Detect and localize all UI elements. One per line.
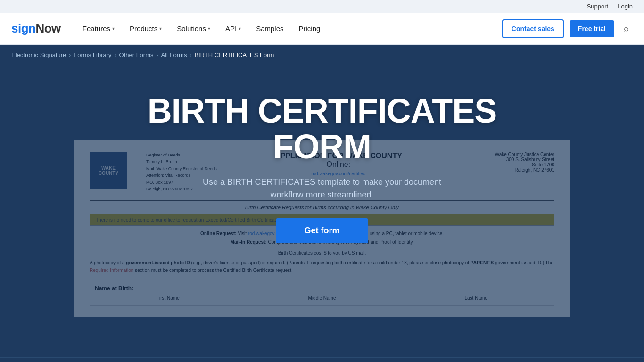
main-navbar: signNow Features ▾ Products ▾ Solutions … [0, 13, 644, 45]
nav-item-pricing[interactable]: Pricing [292, 21, 327, 36]
doc-name-section: Name at Birth: First Name Middle Name La… [90, 280, 554, 306]
breadcrumb-separator: › [157, 52, 158, 58]
search-icon: ⌕ [624, 24, 629, 33]
breadcrumb-electronic-signature[interactable]: Electronic Signature [11, 51, 66, 58]
logo[interactable]: signNow [11, 21, 61, 36]
support-link[interactable]: Support [587, 3, 609, 10]
breadcrumb-forms-library[interactable]: Forms Library [74, 51, 111, 58]
nav-item-samples[interactable]: Samples [249, 21, 290, 36]
breadcrumb-separator: › [190, 52, 191, 58]
free-trial-button[interactable]: Free trial [570, 20, 614, 37]
breadcrumb: Electronic Signature › Forms Library › O… [0, 45, 644, 65]
chevron-down-icon: ▾ [239, 26, 241, 31]
logo-text: signNow [11, 21, 61, 35]
nav-item-features[interactable]: Features ▾ [76, 21, 121, 36]
breadcrumb-separator: › [69, 52, 71, 58]
nav-links: Features ▾ Products ▾ Solutions ▾ API ▾ … [76, 21, 502, 36]
nav-item-products[interactable]: Products ▾ [123, 21, 168, 36]
show-details-bar: Show details ▾ [0, 357, 644, 362]
chevron-down-icon: ▾ [159, 26, 162, 31]
top-utility-bar: Support Login [0, 0, 644, 13]
hero-subtitle: Use a BIRTH CERTIFICATES template to mak… [9, 176, 635, 201]
hero-title: BIRTH CERTIFICATES Form [9, 93, 635, 165]
chevron-down-icon: ▾ [112, 26, 115, 31]
hero-overlay: BIRTH CERTIFICATES Form Use a BIRTH CERT… [0, 65, 644, 243]
get-form-button[interactable]: Get form [276, 218, 368, 243]
hero-section: WAKECOUNTY Register of Deeds Tammy L. Br… [0, 65, 644, 357]
login-link[interactable]: Login [618, 3, 633, 10]
doc-cost: Birth Certificates cost $ to you by US m… [90, 250, 554, 255]
doc-photocopy: A photocopy of a government-issued photo… [90, 259, 554, 274]
nav-actions: Contact sales Free trial ⌕ [502, 19, 633, 38]
breadcrumb-current: BIRTH CERTIFICATES Form [194, 51, 274, 58]
breadcrumb-other-forms[interactable]: Other Forms [119, 51, 154, 58]
contact-sales-button[interactable]: Contact sales [502, 19, 564, 38]
breadcrumb-all-forms[interactable]: All Forms [161, 51, 187, 58]
search-button[interactable]: ⌕ [620, 20, 633, 37]
nav-item-api[interactable]: API ▾ [219, 21, 248, 36]
doc-name-fields: First Name Middle Name Last Name [95, 296, 549, 301]
nav-item-solutions[interactable]: Solutions ▾ [170, 21, 217, 36]
chevron-down-icon: ▾ [208, 26, 210, 31]
breadcrumb-separator: › [115, 52, 116, 58]
